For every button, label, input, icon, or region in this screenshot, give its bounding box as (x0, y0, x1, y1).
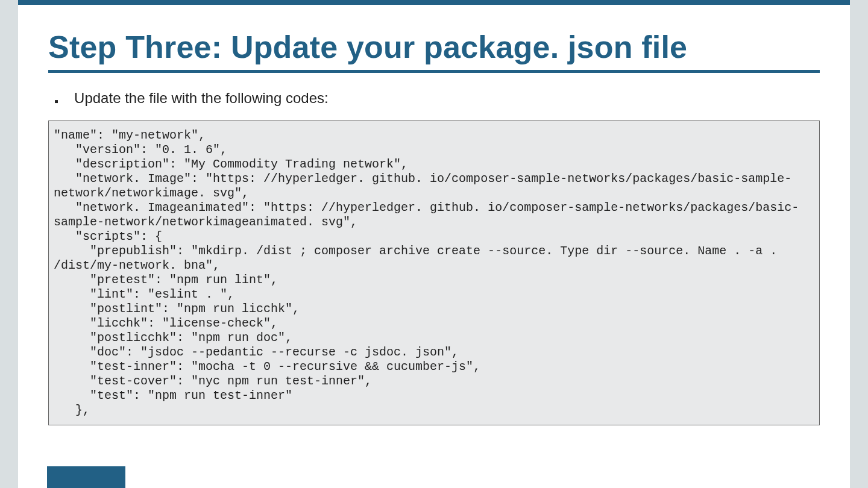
footer-accent-block (47, 466, 125, 488)
bullet-text: Update the file with the following codes… (74, 89, 329, 107)
slide-content: Step Three: Update your package. json fi… (48, 29, 820, 425)
slide-frame: Step Three: Update your package. json fi… (18, 0, 850, 488)
title-underline (48, 70, 820, 73)
bullet-row: ▪ Update the file with the following cod… (54, 89, 820, 107)
top-accent-bar (18, 0, 850, 5)
bullet-icon: ▪ (54, 95, 58, 107)
code-box: "name": "my-network", "version": "0. 1. … (48, 120, 820, 425)
slide-title: Step Three: Update your package. json fi… (48, 29, 820, 65)
